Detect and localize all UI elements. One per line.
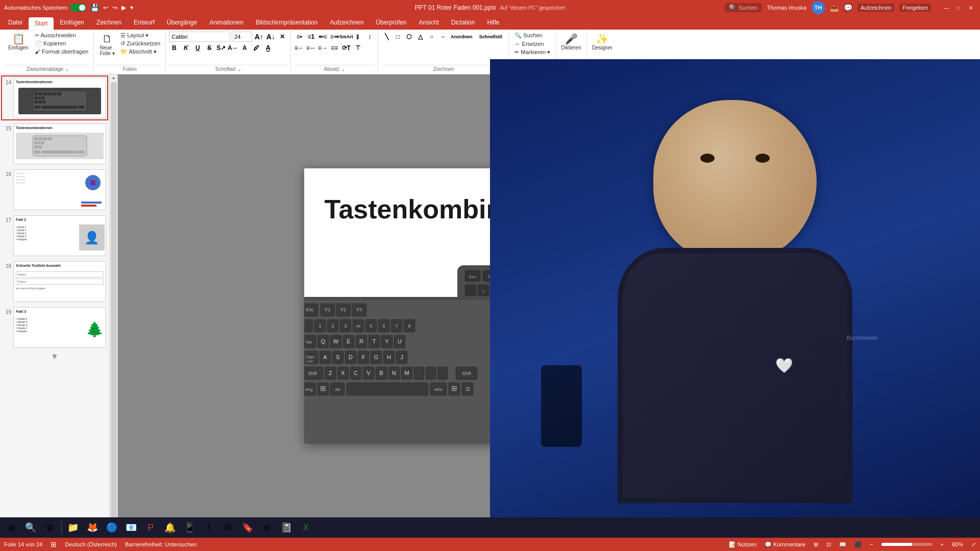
- highlight-button[interactable]: 🖊: [251, 43, 261, 53]
- slide-outline-icon[interactable]: ⊞: [51, 540, 57, 548]
- shadow-button[interactable]: S↗: [216, 43, 226, 53]
- taskbar-explorer-button[interactable]: 📁: [64, 518, 82, 537]
- diktieren-button[interactable]: 🎤 Diktieren: [559, 32, 583, 52]
- kopieren-button[interactable]: 📄 Kopieren: [33, 40, 90, 47]
- present-icon[interactable]: ▶: [121, 4, 126, 11]
- search-box[interactable]: 🔍 Suchen: [725, 3, 762, 12]
- ersetzen-button[interactable]: ↔ Ersetzen: [512, 40, 546, 47]
- designer-button[interactable]: ✨ Designer: [590, 32, 615, 52]
- text-direction-button[interactable]: ⟳T: [341, 43, 351, 53]
- share-btn[interactable]: Freigeben: [899, 4, 931, 12]
- line-height-button[interactable]: ↕: [364, 32, 375, 42]
- format-button[interactable]: 🖌 Format übertragen: [33, 48, 90, 55]
- customize-icon[interactable]: ▾: [130, 4, 133, 11]
- tab-ueberpruefen[interactable]: Überprüfen: [370, 15, 412, 30]
- align-left-button[interactable]: ≡←: [294, 43, 304, 53]
- font-family-input[interactable]: [169, 32, 230, 42]
- tab-entwurf[interactable]: Entwurf: [128, 15, 161, 30]
- slide-thumb-15[interactable]: 15 Tastenkombinationen: [2, 122, 107, 165]
- align-right-button[interactable]: ≡→: [317, 43, 328, 53]
- zoom-in-button[interactable]: +: [941, 541, 944, 547]
- font-size-up-button[interactable]: A↑: [254, 32, 264, 42]
- taskbar-excel-button[interactable]: X: [297, 518, 315, 537]
- arrange-button[interactable]: Anordnen: [449, 32, 474, 42]
- shape-btn-3[interactable]: ⬡: [404, 32, 414, 42]
- zoom-slider[interactable]: [881, 543, 933, 546]
- char-spacing-button[interactable]: A↔: [228, 43, 238, 53]
- taskbar-app9-button[interactable]: 🔖: [238, 518, 257, 537]
- scroll-up-button[interactable]: ▲: [111, 74, 117, 81]
- taskbar-app7-button[interactable]: T: [200, 518, 218, 537]
- accessibility-info[interactable]: Barrierefreiheit: Untersuchen: [125, 541, 197, 547]
- vertical-align-button[interactable]: ⊤: [353, 43, 363, 53]
- notes-button[interactable]: 📝 Notizen: [729, 541, 756, 548]
- slide-thumb-19[interactable]: 19 Fakt 3 • Details 2• Details 2• Detail…: [2, 306, 107, 349]
- increase-indent-button[interactable]: ≡⇒: [329, 32, 339, 42]
- tab-einfuegen[interactable]: Einfügen: [54, 15, 90, 30]
- quick-styles-button[interactable]: Schnellstil: [475, 32, 506, 42]
- minimize-button[interactable]: —: [941, 3, 951, 13]
- bullet-list-button[interactable]: ≡•: [294, 32, 304, 42]
- neue-folie-button[interactable]: 🗋 NeueFolie ▾: [97, 32, 117, 57]
- slide-thumb-16[interactable]: 16 — — —— — —— — —— — —: [2, 168, 107, 211]
- comments-button[interactable]: 💬 Kommentare: [765, 541, 805, 548]
- maximize-button[interactable]: □: [953, 3, 964, 13]
- share-icon[interactable]: 📤: [830, 4, 839, 12]
- smartart-button[interactable]: SmArt: [341, 32, 351, 42]
- text-color-button[interactable]: A̲: [263, 43, 273, 53]
- tab-bildschirmpraesenation[interactable]: Bildschirmpräsentation: [250, 15, 324, 30]
- taskbar-onenote-button[interactable]: 📓: [277, 518, 296, 537]
- shape-btn-2[interactable]: □: [393, 32, 403, 42]
- slide-thumb-14[interactable]: 14 Tastenkombinationen: [2, 77, 107, 119]
- redo-icon[interactable]: ↪: [112, 4, 117, 11]
- tab-dictation[interactable]: Dictation: [445, 15, 481, 30]
- align-justify-button[interactable]: ≡≡: [329, 43, 339, 53]
- vertical-scrollbar[interactable]: ▲ ▼: [110, 74, 118, 538]
- taskbar-app8-button[interactable]: ✉: [219, 518, 237, 537]
- taskbar-outlook-button[interactable]: 📧: [122, 518, 140, 537]
- close-button[interactable]: ✕: [966, 3, 976, 13]
- tab-aufzeichnen[interactable]: Aufzeichnen: [324, 15, 370, 30]
- shape-btn-6[interactable]: →: [437, 32, 448, 42]
- comment-icon[interactable]: 💬: [844, 4, 852, 12]
- layout-button[interactable]: ☰ Layout ▾: [118, 32, 162, 39]
- slide-thumb-18[interactable]: 18 Schnelle Textfeld Auswahl Textbox Tex…: [2, 260, 107, 303]
- taskbar-app5-button[interactable]: 🔔: [161, 518, 179, 537]
- abschnitt-button[interactable]: 📁 Abschnitt ▾: [118, 48, 162, 56]
- taskbar-app10-button[interactable]: ⚙: [258, 518, 276, 537]
- taskbar-taskview-button[interactable]: ⧉: [41, 518, 59, 537]
- font-color-button[interactable]: A: [239, 43, 250, 53]
- zoom-out-button[interactable]: −: [870, 541, 873, 547]
- bold-button[interactable]: B: [169, 43, 179, 53]
- scroll-down-arrow[interactable]: ▼: [2, 352, 107, 361]
- taskbar-search-button[interactable]: 🔍: [21, 518, 40, 537]
- shape-btn-1[interactable]: ╲: [381, 32, 391, 42]
- clear-format-button[interactable]: ✕: [277, 32, 287, 42]
- view-slidesorter[interactable]: ⊡: [826, 541, 831, 548]
- view-present[interactable]: ⬛: [854, 541, 862, 548]
- view-normal[interactable]: ⊞: [814, 541, 818, 548]
- columns-button[interactable]: ⫿: [353, 32, 363, 42]
- undo-icon[interactable]: ↩: [103, 4, 108, 11]
- strikethrough-button[interactable]: S: [204, 43, 214, 53]
- taskbar-start-button[interactable]: ⊞: [2, 518, 20, 537]
- language-info[interactable]: Deutsch (Österreich): [65, 541, 116, 547]
- tab-start[interactable]: Start: [29, 17, 54, 30]
- numbered-list-button[interactable]: ≡1: [306, 32, 316, 42]
- align-center-button[interactable]: ≡↔: [306, 43, 316, 53]
- markieren-button[interactable]: ✏ Markieren ▾: [512, 48, 552, 56]
- autosave-switch[interactable]: [70, 4, 86, 12]
- tab-zeichnen[interactable]: Zeichnen: [90, 15, 128, 30]
- scroll-thumb[interactable]: [111, 82, 117, 530]
- tab-animationen[interactable]: Animationen: [203, 15, 250, 30]
- ausschneiden-button[interactable]: ✂ Ausschneiden: [33, 32, 90, 39]
- view-reading[interactable]: 📖: [839, 541, 846, 548]
- zuruecksetzen-button[interactable]: ↺ Zurücksetzen: [118, 40, 162, 47]
- underline-button[interactable]: U: [192, 43, 203, 53]
- taskbar-firefox-button[interactable]: 🦊: [83, 518, 102, 537]
- scroll-down-indicator[interactable]: ▼: [2, 352, 107, 361]
- slide-thumb-17[interactable]: 17 Fakt 2 • Detail 1• Detail 2• Detail 3…: [2, 214, 107, 257]
- tab-datei[interactable]: Datei: [2, 15, 29, 30]
- font-size-input[interactable]: [232, 32, 252, 42]
- font-size-down-button[interactable]: A↓: [265, 32, 276, 42]
